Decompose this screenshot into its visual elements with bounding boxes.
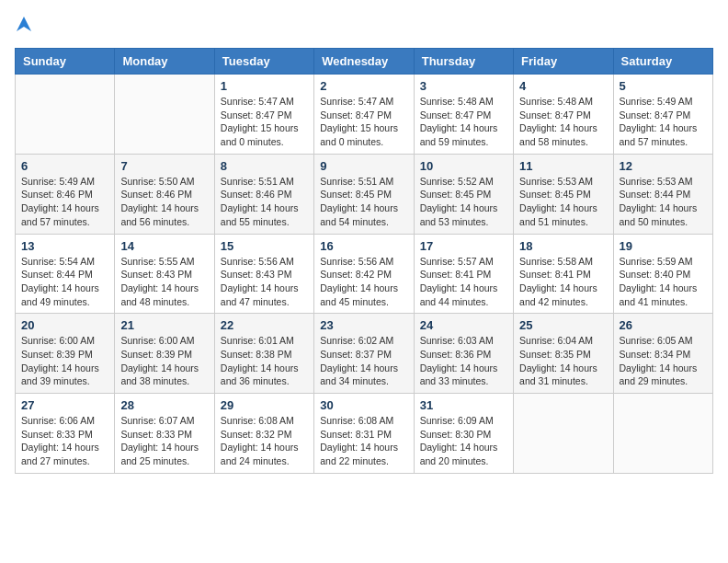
day-number: 17	[420, 239, 507, 253]
calendar-day-cell: 5Sunrise: 5:49 AM Sunset: 8:47 PM Daylig…	[613, 75, 712, 155]
day-info: Sunrise: 5:53 AM Sunset: 8:44 PM Dayligh…	[620, 175, 707, 229]
day-number: 9	[320, 159, 407, 173]
day-number: 29	[221, 398, 308, 412]
logo	[15, 15, 33, 37]
day-number: 24	[420, 318, 507, 332]
day-info: Sunrise: 6:01 AM Sunset: 8:38 PM Dayligh…	[221, 334, 308, 388]
calendar-day-cell: 12Sunrise: 5:53 AM Sunset: 8:44 PM Dayli…	[613, 154, 712, 234]
weekday-header-cell: Thursday	[414, 49, 513, 75]
calendar-day-cell: 13Sunrise: 5:54 AM Sunset: 8:44 PM Dayli…	[16, 234, 115, 314]
day-number: 21	[120, 318, 208, 332]
day-number: 23	[320, 318, 407, 332]
day-info: Sunrise: 5:47 AM Sunset: 8:47 PM Dayligh…	[320, 95, 407, 149]
weekday-header-cell: Wednesday	[314, 49, 414, 75]
day-number: 4	[519, 79, 607, 93]
calendar-week-row: 6Sunrise: 5:49 AM Sunset: 8:46 PM Daylig…	[16, 154, 713, 234]
day-number: 8	[221, 159, 308, 173]
day-number: 20	[21, 318, 108, 332]
day-number: 26	[620, 318, 707, 332]
day-info: Sunrise: 5:51 AM Sunset: 8:46 PM Dayligh…	[221, 175, 308, 229]
calendar-day-cell	[613, 394, 712, 474]
day-number: 18	[519, 239, 607, 253]
day-info: Sunrise: 6:04 AM Sunset: 8:35 PM Dayligh…	[519, 334, 607, 388]
day-info: Sunrise: 5:49 AM Sunset: 8:47 PM Dayligh…	[620, 95, 707, 149]
calendar-table: SundayMondayTuesdayWednesdayThursdayFrid…	[15, 48, 713, 474]
calendar-day-cell: 6Sunrise: 5:49 AM Sunset: 8:46 PM Daylig…	[16, 154, 115, 234]
calendar-day-cell: 15Sunrise: 5:56 AM Sunset: 8:43 PM Dayli…	[214, 234, 313, 314]
calendar-day-cell	[115, 75, 214, 155]
day-info: Sunrise: 5:50 AM Sunset: 8:46 PM Dayligh…	[120, 175, 208, 229]
weekday-header-cell: Monday	[115, 49, 214, 75]
day-number: 5	[620, 79, 707, 93]
day-info: Sunrise: 5:52 AM Sunset: 8:45 PM Dayligh…	[420, 175, 507, 229]
calendar-day-cell: 28Sunrise: 6:07 AM Sunset: 8:33 PM Dayli…	[115, 394, 214, 474]
calendar-week-row: 20Sunrise: 6:00 AM Sunset: 8:39 PM Dayli…	[16, 314, 713, 394]
day-info: Sunrise: 6:05 AM Sunset: 8:34 PM Dayligh…	[620, 334, 707, 388]
day-number: 3	[420, 79, 507, 93]
weekday-header-cell: Tuesday	[214, 49, 313, 75]
calendar-day-cell: 3Sunrise: 5:48 AM Sunset: 8:47 PM Daylig…	[414, 75, 513, 155]
day-number: 25	[519, 318, 607, 332]
calendar-day-cell: 8Sunrise: 5:51 AM Sunset: 8:46 PM Daylig…	[214, 154, 313, 234]
day-number: 1	[221, 79, 308, 93]
calendar-day-cell: 20Sunrise: 6:00 AM Sunset: 8:39 PM Dayli…	[16, 314, 115, 394]
day-info: Sunrise: 6:07 AM Sunset: 8:33 PM Dayligh…	[120, 414, 208, 468]
day-number: 28	[120, 398, 208, 412]
day-number: 27	[21, 398, 108, 412]
day-info: Sunrise: 5:59 AM Sunset: 8:40 PM Dayligh…	[620, 255, 707, 309]
calendar-day-cell: 1Sunrise: 5:47 AM Sunset: 8:47 PM Daylig…	[214, 75, 313, 155]
day-number: 7	[120, 159, 208, 173]
day-info: Sunrise: 6:00 AM Sunset: 8:39 PM Dayligh…	[21, 334, 108, 388]
day-number: 16	[320, 239, 407, 253]
calendar-day-cell: 22Sunrise: 6:01 AM Sunset: 8:38 PM Dayli…	[214, 314, 313, 394]
day-info: Sunrise: 6:02 AM Sunset: 8:37 PM Dayligh…	[320, 334, 407, 388]
calendar-day-cell: 4Sunrise: 5:48 AM Sunset: 8:47 PM Daylig…	[514, 75, 613, 155]
day-info: Sunrise: 5:47 AM Sunset: 8:47 PM Dayligh…	[221, 95, 308, 149]
day-info: Sunrise: 5:51 AM Sunset: 8:45 PM Dayligh…	[320, 175, 407, 229]
calendar-day-cell: 2Sunrise: 5:47 AM Sunset: 8:47 PM Daylig…	[314, 75, 414, 155]
day-number: 6	[21, 159, 108, 173]
page-header	[15, 15, 713, 37]
day-info: Sunrise: 5:54 AM Sunset: 8:44 PM Dayligh…	[21, 255, 108, 309]
day-number: 12	[620, 159, 707, 173]
calendar-day-cell: 30Sunrise: 6:08 AM Sunset: 8:31 PM Dayli…	[314, 394, 414, 474]
day-number: 19	[620, 239, 707, 253]
weekday-header-row: SundayMondayTuesdayWednesdayThursdayFrid…	[16, 49, 713, 75]
day-number: 11	[519, 159, 607, 173]
day-number: 13	[21, 239, 108, 253]
calendar-day-cell: 18Sunrise: 5:58 AM Sunset: 8:41 PM Dayli…	[514, 234, 613, 314]
calendar-day-cell: 9Sunrise: 5:51 AM Sunset: 8:45 PM Daylig…	[314, 154, 414, 234]
calendar-week-row: 13Sunrise: 5:54 AM Sunset: 8:44 PM Dayli…	[16, 234, 713, 314]
day-info: Sunrise: 5:53 AM Sunset: 8:45 PM Dayligh…	[519, 175, 607, 229]
calendar-day-cell	[16, 75, 115, 155]
day-number: 14	[120, 239, 208, 253]
weekday-header-cell: Saturday	[613, 49, 712, 75]
day-info: Sunrise: 5:56 AM Sunset: 8:42 PM Dayligh…	[320, 255, 407, 309]
svg-marker-0	[17, 17, 31, 31]
day-info: Sunrise: 6:08 AM Sunset: 8:32 PM Dayligh…	[221, 414, 308, 468]
calendar-body: 1Sunrise: 5:47 AM Sunset: 8:47 PM Daylig…	[16, 75, 713, 474]
day-number: 31	[420, 398, 507, 412]
day-info: Sunrise: 6:00 AM Sunset: 8:39 PM Dayligh…	[120, 334, 208, 388]
calendar-day-cell: 23Sunrise: 6:02 AM Sunset: 8:37 PM Dayli…	[314, 314, 414, 394]
day-info: Sunrise: 5:57 AM Sunset: 8:41 PM Dayligh…	[420, 255, 507, 309]
day-info: Sunrise: 5:48 AM Sunset: 8:47 PM Dayligh…	[420, 95, 507, 149]
day-info: Sunrise: 6:06 AM Sunset: 8:33 PM Dayligh…	[21, 414, 108, 468]
calendar-day-cell: 27Sunrise: 6:06 AM Sunset: 8:33 PM Dayli…	[16, 394, 115, 474]
day-number: 10	[420, 159, 507, 173]
calendar-day-cell: 14Sunrise: 5:55 AM Sunset: 8:43 PM Dayli…	[115, 234, 214, 314]
day-info: Sunrise: 5:55 AM Sunset: 8:43 PM Dayligh…	[120, 255, 208, 309]
day-number: 2	[320, 79, 407, 93]
calendar-day-cell: 25Sunrise: 6:04 AM Sunset: 8:35 PM Dayli…	[514, 314, 613, 394]
day-info: Sunrise: 6:08 AM Sunset: 8:31 PM Dayligh…	[320, 414, 407, 468]
day-info: Sunrise: 5:48 AM Sunset: 8:47 PM Dayligh…	[519, 95, 607, 149]
calendar-day-cell: 24Sunrise: 6:03 AM Sunset: 8:36 PM Dayli…	[414, 314, 513, 394]
day-number: 22	[221, 318, 308, 332]
day-info: Sunrise: 5:58 AM Sunset: 8:41 PM Dayligh…	[519, 255, 607, 309]
day-info: Sunrise: 5:49 AM Sunset: 8:46 PM Dayligh…	[21, 175, 108, 229]
calendar-day-cell: 16Sunrise: 5:56 AM Sunset: 8:42 PM Dayli…	[314, 234, 414, 314]
calendar-week-row: 1Sunrise: 5:47 AM Sunset: 8:47 PM Daylig…	[16, 75, 713, 155]
calendar-day-cell: 11Sunrise: 5:53 AM Sunset: 8:45 PM Dayli…	[514, 154, 613, 234]
day-info: Sunrise: 5:56 AM Sunset: 8:43 PM Dayligh…	[221, 255, 308, 309]
calendar-day-cell: 17Sunrise: 5:57 AM Sunset: 8:41 PM Dayli…	[414, 234, 513, 314]
